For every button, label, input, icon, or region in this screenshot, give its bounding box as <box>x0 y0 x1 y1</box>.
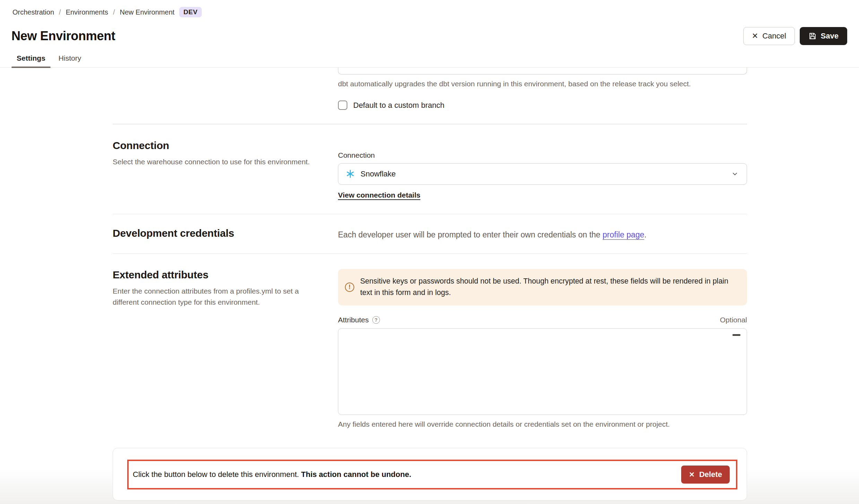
view-connection-details-link[interactable]: View connection details <box>338 191 420 199</box>
extended-attributes-heading: Extended attributes <box>113 269 317 281</box>
delete-button-label: Delete <box>699 470 722 479</box>
dev-badge: DEV <box>179 7 202 17</box>
breadcrumb: Orchestration / Environments / New Envir… <box>12 7 847 17</box>
connection-select[interactable]: Snowflake <box>338 163 747 185</box>
delete-text-bold: This action cannot be undone. <box>301 470 411 479</box>
dev-cred-text-before: Each developer user will be prompted to … <box>338 230 602 239</box>
dev-cred-text-after: . <box>644 230 646 239</box>
attributes-field-label: Attributes <box>338 316 369 324</box>
save-icon <box>808 32 817 40</box>
annotation-highlight-box: Click the button below to delete this en… <box>127 460 737 489</box>
development-credentials-section: Development credentials Each developer u… <box>113 214 747 241</box>
attributes-textarea[interactable] <box>338 328 747 415</box>
page-title: New Environment <box>11 29 115 43</box>
release-track-section: dbt automatically upgrades the dbt versi… <box>113 68 747 110</box>
save-button[interactable]: Save <box>800 27 847 45</box>
connection-section: Connection Select the warehouse connecti… <box>113 124 747 199</box>
snowflake-icon <box>346 169 355 179</box>
release-track-helper: dbt automatically upgrades the dbt versi… <box>338 80 747 88</box>
alert-icon: ! <box>345 283 354 292</box>
breadcrumb-orchestration[interactable]: Orchestration <box>12 8 54 16</box>
development-credentials-heading: Development credentials <box>113 227 317 239</box>
cancel-button[interactable]: ✕ Cancel <box>743 27 795 45</box>
profile-page-link[interactable]: profile page <box>602 230 644 239</box>
optional-label: Optional <box>720 316 747 324</box>
extended-attributes-description: Enter the connection attributes from a p… <box>113 286 317 307</box>
save-button-label: Save <box>821 32 839 41</box>
tab-bar: Settings History <box>0 54 859 68</box>
sensitive-keys-warning: ! Sensitive keys or passwords should not… <box>338 269 747 305</box>
attributes-helper: Any fields entered here will override co… <box>338 420 747 428</box>
breadcrumb-separator: / <box>59 8 61 16</box>
breadcrumb-separator: / <box>113 8 115 16</box>
breadcrumb-new-environment: New Environment <box>120 8 174 16</box>
top-bar: Orchestration / Environments / New Envir… <box>0 0 859 17</box>
attributes-label-row: Attributes ? Optional <box>338 316 747 324</box>
connection-heading: Connection <box>113 140 317 151</box>
delete-warning-text: Click the button below to delete this en… <box>133 470 411 479</box>
page-header: New Environment ✕ Cancel Save <box>0 27 859 45</box>
development-credentials-text: Each developer user will be prompted to … <box>338 227 747 241</box>
collapse-minus-icon[interactable] <box>732 334 740 336</box>
help-icon[interactable]: ? <box>372 316 380 324</box>
close-icon: ✕ <box>689 471 695 478</box>
delete-button[interactable]: ✕ Delete <box>681 466 730 484</box>
warning-text: Sensitive keys or passwords should not b… <box>360 276 738 299</box>
chevron-down-icon <box>731 171 738 177</box>
close-icon: ✕ <box>752 32 758 40</box>
connection-field-label: Connection <box>338 151 747 159</box>
connection-description: Select the warehouse connection to use f… <box>113 156 317 167</box>
connection-select-value: Snowflake <box>361 170 731 179</box>
settings-form: dbt automatically upgrades the dbt versi… <box>113 68 747 501</box>
tab-history[interactable]: History <box>53 54 86 67</box>
release-track-input-partial[interactable] <box>338 68 747 75</box>
delete-environment-card: Click the button below to delete this en… <box>113 448 747 501</box>
custom-branch-checkbox[interactable] <box>338 101 347 110</box>
custom-branch-label: Default to a custom branch <box>353 101 444 110</box>
tab-settings[interactable]: Settings <box>11 54 51 67</box>
cancel-button-label: Cancel <box>762 32 786 41</box>
extended-attributes-section: Extended attributes Enter the connection… <box>113 254 747 428</box>
header-actions: ✕ Cancel Save <box>743 27 847 45</box>
delete-text-regular: Click the button below to delete this en… <box>133 470 301 479</box>
breadcrumb-environments[interactable]: Environments <box>66 8 108 16</box>
custom-branch-row: Default to a custom branch <box>338 101 747 110</box>
